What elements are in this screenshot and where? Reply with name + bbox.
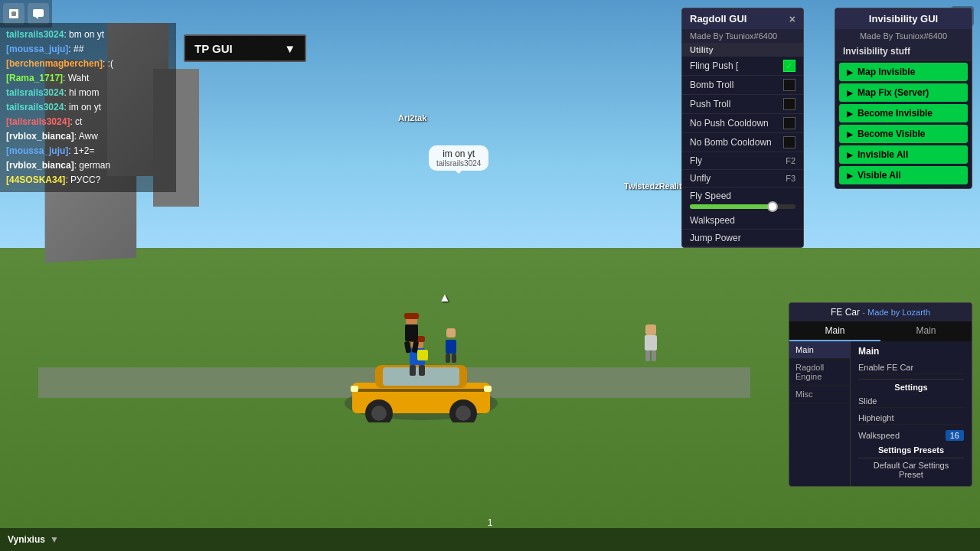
fecar-tab-main2[interactable]: Main [880,321,972,341]
chat-line: [tailsrails3024]: ct [6,115,170,129]
svg-rect-29 [652,350,656,361]
no-bomb-cooldown-checkbox[interactable] [783,136,795,148]
fling-push-checkbox[interactable]: ✓ [783,60,795,72]
fecar-tab-main[interactable]: Main [789,321,880,341]
push-troll-checkbox[interactable] [783,98,795,110]
invisibility-gui-title: Invisibility GUI [835,8,972,29]
chat-line: [44SOSKA34]: РУCC? [6,173,170,187]
fecar-enable-option[interactable]: Enable FE Car [858,361,964,374]
fecar-walkspeed-row[interactable]: Walkspeed 16 [858,429,964,442]
svg-rect-25 [452,354,456,363]
fecar-hipheight-option[interactable]: Hipheight [858,412,964,425]
tp-gui-label: TP GUI [194,42,233,55]
ragdoll-gui: Ragdoll GUI × Made By Tsuniox#6400 Utili… [681,8,804,248]
player-tag-twisted: TwistedzReality [624,181,687,191]
fecar-gui-title: FE Car - Made by Lozarth [789,303,972,321]
svg-marker-33 [35,17,38,19]
option-fly[interactable]: Fly F2 [682,152,803,170]
chat-line: [rvblox_bianca]: german [6,158,170,172]
bottom-bar: Vynixius ▼ [0,528,980,551]
tp-gui-button[interactable]: TP GUI ▼ [184,34,306,62]
chat-line: [rvblox_bianca]: Aww [6,129,170,143]
fecar-gui: FE Car - Made by Lozarth Main Main Main … [789,302,972,487]
visible-all-button[interactable]: ▶ Visible All [839,166,968,184]
fecar-default-preset-button[interactable]: Default Car Settings Preset [858,458,964,481]
fecar-main-title: Main [858,346,964,357]
fecar-nav-main[interactable]: Main [789,341,850,359]
chat-line: [moussa_juju]: ## [6,42,170,56]
svg-point-7 [456,406,471,421]
fecar-left-nav: Main Ragdoll Engine Misc [789,341,851,486]
svg-rect-23 [446,340,456,354]
invisibility-made-by: Made By Tsuniox#6400 [835,29,972,43]
chat-line: tailsrails3024: bm on yt [6,28,170,41]
jump-power-row[interactable]: Jump Power [682,230,803,247]
svg-rect-26 [645,324,656,335]
svg-rect-32 [33,9,44,17]
mouse-cursor: ▲ [439,291,451,305]
svg-rect-18 [404,313,419,319]
svg-point-5 [371,406,387,421]
ragdoll-made-by: Made By Tsuniox#6400 [682,29,803,43]
fecar-content: Main Ragdoll Engine Misc Main Enable FE … [789,341,972,486]
invisibility-section-label: Invisibility stuff [835,43,972,60]
fly-speed-slider[interactable] [690,204,795,209]
ragdoll-utility-section: Utility [682,43,803,57]
no-push-cooldown-checkbox[interactable] [783,117,795,129]
player-char-1 [398,311,425,367]
chat-icon[interactable] [28,3,49,24]
option-fling-push[interactable]: Fling Push [ ✓ [682,57,803,76]
map-invisible-button[interactable]: ▶ Map Invisible [839,63,968,81]
svg-rect-31 [11,11,16,16]
fly-speed-row: Fly Speed [682,187,803,212]
invisibility-gui: Invisibility GUI Made By Tsuniox#6400 In… [835,8,972,189]
svg-rect-28 [645,350,650,361]
option-push-troll[interactable]: Push Troll [682,95,803,114]
chat-line: [Rama_1717]: Waht [6,71,170,85]
chat-line: tailsrails3024: im on yt [6,100,170,114]
svg-rect-24 [446,354,450,363]
svg-rect-21 [412,341,419,353]
option-unfly[interactable]: Unfly F3 [682,170,803,187]
player-char-3 [639,323,662,371]
fecar-right-content: Main Enable FE Car Settings Slide Hiphei… [851,341,972,486]
bomb-troll-checkbox[interactable] [783,79,795,91]
fecar-slide-option[interactable]: Slide [858,395,964,408]
svg-rect-22 [446,328,456,337]
svg-rect-27 [645,335,657,350]
fecar-nav-ragdoll[interactable]: Ragdoll Engine [789,359,850,386]
option-no-push-cooldown[interactable]: No Push Cooldown [682,114,803,133]
player-tag-ari2tak: Ari2tak [398,113,426,122]
svg-rect-20 [404,341,411,354]
username-arrow: ▼ [50,534,59,545]
speech-text: im on yt [436,148,481,159]
chat-line: [moussa_juju]: 1+2= [6,144,170,158]
fecar-nav-misc[interactable]: Misc [789,386,850,403]
option-no-bomb-cooldown[interactable]: No Bomb Cooldown [682,133,803,152]
speech-bubble: im on yt tailsrails3024 [429,145,488,171]
become-visible-button[interactable]: ▶ Become Visible [839,125,968,143]
fecar-presets-title: Settings Presets [858,445,964,455]
tp-gui-arrow: ▼ [284,42,296,55]
username-label: Vynixius [8,534,45,545]
chat-line: [berchenmagberchen]: :( [6,57,170,70]
player-char-2 [440,327,462,371]
ragdoll-close-button[interactable]: × [789,14,795,24]
roblox-icon[interactable] [3,3,24,24]
become-invisible-button[interactable]: ▶ Become Invisible [839,104,968,122]
speech-player: tailsrails3024 [436,159,481,168]
svg-rect-19 [405,324,418,341]
invisible-all-button[interactable]: ▶ Invisible All [839,145,968,164]
chat-line: tailsrails3024: hi mom [6,86,170,99]
option-bomb-troll[interactable]: Bomb Troll [682,76,803,95]
map-fix-server-button[interactable]: ▶ Map Fix (Server) [839,83,968,102]
fecar-tabs: Main Main [789,321,972,341]
fecar-walkspeed-value: 16 [946,430,964,441]
fecar-settings-title: Settings [858,379,964,392]
ragdoll-gui-title: Ragdoll GUI × [682,8,803,29]
svg-rect-9 [484,386,492,392]
walkspeed-row[interactable]: Walkspeed [682,212,803,230]
svg-rect-8 [352,389,490,392]
svg-rect-10 [351,386,358,392]
health-indicator: 1 [488,517,493,528]
